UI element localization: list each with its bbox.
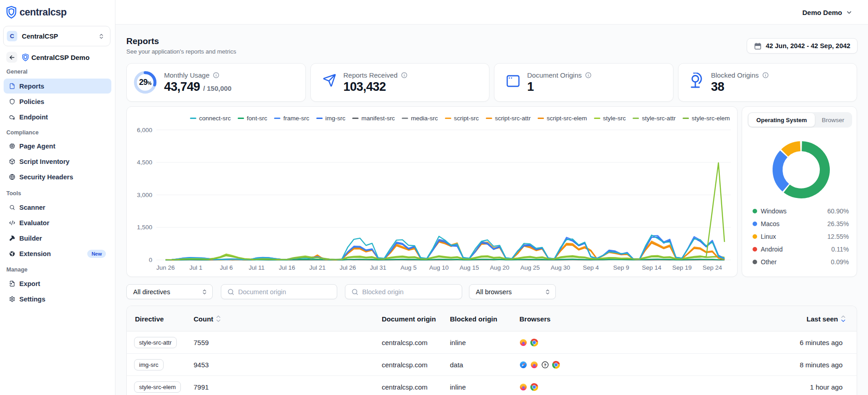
svg-text:1,500: 1,500 xyxy=(137,224,152,231)
svg-text:Aug 20: Aug 20 xyxy=(490,264,509,271)
svg-text:Jul 16: Jul 16 xyxy=(279,264,295,271)
svg-text:Aug 30: Aug 30 xyxy=(551,264,570,271)
svg-text:Sep 24: Sep 24 xyxy=(703,264,722,271)
svg-text:Jul 31: Jul 31 xyxy=(370,264,386,271)
svg-text:Jul 6: Jul 6 xyxy=(220,264,233,271)
svg-text:Sep 19: Sep 19 xyxy=(672,264,692,271)
svg-text:Aug 25: Aug 25 xyxy=(520,264,540,271)
svg-text:Jul 1: Jul 1 xyxy=(190,264,203,271)
svg-text:Jul 21: Jul 21 xyxy=(309,264,325,271)
svg-text:?: ? xyxy=(544,362,547,367)
svg-text:Jul 11: Jul 11 xyxy=(249,264,264,271)
svg-text:Aug 10: Aug 10 xyxy=(429,264,449,271)
svg-text:Sep 9: Sep 9 xyxy=(613,264,629,271)
svg-text:6,000: 6,000 xyxy=(137,127,152,133)
svg-text:4,500: 4,500 xyxy=(137,159,152,166)
svg-text:Aug 5: Aug 5 xyxy=(400,264,416,271)
svg-text:Sep 4: Sep 4 xyxy=(583,264,599,271)
svg-text:0: 0 xyxy=(149,257,152,263)
svg-text:Jul 26: Jul 26 xyxy=(339,264,356,271)
svg-text:Aug 15: Aug 15 xyxy=(459,264,479,271)
svg-text:3,000: 3,000 xyxy=(137,192,152,198)
svg-text:Jun 26: Jun 26 xyxy=(156,264,175,271)
svg-text:Sep 14: Sep 14 xyxy=(642,264,661,271)
